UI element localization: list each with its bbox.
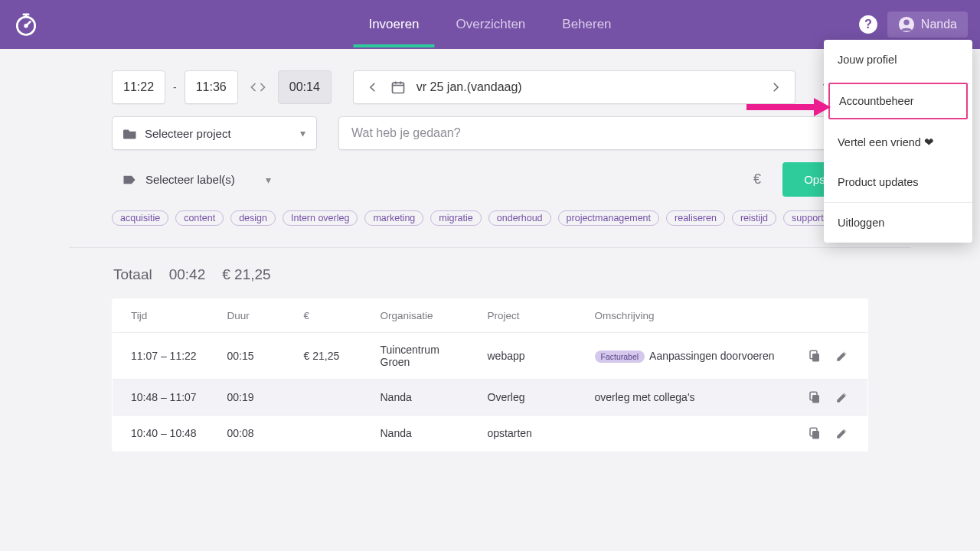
time-start-input[interactable]: 11:22 <box>112 70 165 104</box>
app-header: Invoeren Overzichten Beheren ? Nanda Jou… <box>0 0 980 49</box>
totals-label: Totaal <box>113 266 152 283</box>
cell-duur: 00:15 <box>220 333 296 380</box>
svg-rect-19 <box>812 431 819 439</box>
svg-point-8 <box>903 20 909 25</box>
folder-icon <box>123 127 137 139</box>
user-menu-trigger[interactable]: Nanda <box>887 11 968 37</box>
project-select[interactable]: Selecteer project ▾ <box>112 116 317 150</box>
header-right: ? Nanda <box>858 11 968 37</box>
cell-org: Tuincentrum Groen <box>373 333 480 380</box>
menu-product-updates[interactable]: Product updates <box>824 162 972 202</box>
edit-icon[interactable] <box>835 390 849 404</box>
svg-rect-11 <box>392 83 403 93</box>
svg-rect-17 <box>812 395 819 403</box>
cell-eur: € 21,25 <box>296 333 373 380</box>
th-duur: Duur <box>220 299 296 333</box>
chip[interactable]: design <box>230 210 276 226</box>
edit-icon[interactable] <box>835 426 849 440</box>
cell-eur <box>296 380 373 416</box>
chip[interactable]: onderhoud <box>488 210 551 226</box>
cell-proj: opstarten <box>480 416 587 452</box>
cell-proj: webapp <box>480 333 587 380</box>
table-row: 11:07 – 11:2200:15€ 21,25Tuincentrum Gro… <box>113 333 868 380</box>
chip[interactable]: content <box>175 210 224 226</box>
cell-proj: Overleg <box>480 380 587 416</box>
user-menu: Jouw profiel Accountbeheer Vertel een vr… <box>824 40 972 243</box>
svg-line-2 <box>26 21 30 25</box>
chip[interactable]: reistijd <box>732 210 776 226</box>
date-label[interactable]: vr 25 jan.(vandaag) <box>416 80 522 94</box>
date-next-icon[interactable] <box>769 80 782 94</box>
calendar-icon <box>390 80 406 95</box>
billable-badge: Facturabel <box>595 350 645 363</box>
nav-invoeren[interactable]: Invoeren <box>365 2 422 47</box>
currency-toggle[interactable]: € <box>753 171 761 187</box>
annotation-arrow-icon <box>746 98 831 116</box>
project-desc-row: Selecteer project ▾ Wat heb je gedaan? <box>112 116 868 150</box>
chip[interactable]: projectmanagement <box>558 210 659 226</box>
th-proj: Project <box>480 299 587 333</box>
divider <box>69 247 911 248</box>
entries-table: Tijd Duur € Organisatie Project Omschrij… <box>112 298 868 452</box>
chip[interactable]: Intern overleg <box>283 210 358 226</box>
cell-tijd: 10:40 – 10:48 <box>113 416 220 452</box>
th-org: Organisatie <box>373 299 480 333</box>
th-tijd: Tijd <box>113 299 220 333</box>
table-row: 10:40 – 10:4800:08Nandaopstarten <box>113 416 868 452</box>
nav-beheren[interactable]: Beheren <box>559 2 614 47</box>
totals-amount: € 21,25 <box>222 266 270 283</box>
svg-marker-10 <box>814 98 831 116</box>
cell-omschr: FacturabelAanpassingen doorvoeren <box>587 333 799 380</box>
edit-icon[interactable] <box>835 349 849 363</box>
label-select[interactable]: Selecteer label(s) ▾ <box>112 170 271 189</box>
th-eur: € <box>296 299 373 333</box>
totals-duration: 00:42 <box>169 266 206 283</box>
chip[interactable]: migratie <box>430 210 481 226</box>
description-input[interactable]: Wat heb je gedaan? <box>338 116 868 150</box>
menu-account[interactable]: Accountbeheer <box>828 83 968 119</box>
cell-omschr: overleg met collega's <box>587 380 799 416</box>
menu-logout[interactable]: Uitloggen <box>824 203 972 243</box>
copy-icon[interactable] <box>808 349 822 363</box>
chip[interactable]: realiseren <box>666 210 725 226</box>
time-end-input[interactable]: 11:36 <box>185 70 238 104</box>
svg-text:?: ? <box>864 17 872 31</box>
cell-duur: 00:08 <box>220 416 296 452</box>
time-group: 11:22 - 11:36 00:14 <box>112 70 332 104</box>
chip[interactable]: marketing <box>364 210 423 226</box>
tag-icon <box>122 174 136 186</box>
label-select-text: Selecteer label(s) <box>145 173 235 186</box>
swap-icon[interactable] <box>246 80 270 95</box>
cell-tijd: 11:07 – 11:22 <box>113 333 220 380</box>
table-row: 10:48 – 11:0700:19NandaOverlegoverleg me… <box>113 380 868 416</box>
cell-tijd: 10:48 – 11:07 <box>113 380 220 416</box>
project-select-label: Selecteer project <box>145 127 231 140</box>
menu-profile[interactable]: Jouw profiel <box>824 40 972 80</box>
app-logo-icon <box>12 11 40 38</box>
th-omschr: Omschrijving <box>587 299 799 333</box>
nav-overzichten[interactable]: Overzichten <box>453 2 529 47</box>
label-save-row: Selecteer label(s) ▾ € Opslaan <box>112 162 868 197</box>
copy-icon[interactable] <box>808 390 822 404</box>
cell-eur <box>296 416 373 452</box>
date-prev-icon[interactable] <box>366 80 380 94</box>
svg-rect-15 <box>812 354 819 362</box>
date-picker: vr 25 jan.(vandaag) <box>353 70 795 104</box>
chip[interactable]: acquisitie <box>112 210 168 226</box>
cell-org: Nanda <box>373 380 480 416</box>
label-chips: acquisitie content design Intern overleg… <box>112 210 868 226</box>
caret-down-icon: ▾ <box>300 127 305 139</box>
time-dash: - <box>173 81 177 93</box>
avatar-icon <box>898 16 915 33</box>
duration-input[interactable]: 00:14 <box>278 70 332 104</box>
cell-org: Nanda <box>373 416 480 452</box>
totals: Totaal 00:42 € 21,25 <box>112 266 868 283</box>
help-icon[interactable]: ? <box>858 15 878 34</box>
user-name: Nanda <box>921 18 957 31</box>
caret-down-icon: ▾ <box>266 174 271 186</box>
main-nav: Invoeren Overzichten Beheren <box>365 2 614 47</box>
menu-refer-friend[interactable]: Vertel een vriend ❤ <box>824 122 972 162</box>
copy-icon[interactable] <box>808 426 822 440</box>
cell-omschr <box>587 416 799 452</box>
cell-duur: 00:19 <box>220 380 296 416</box>
